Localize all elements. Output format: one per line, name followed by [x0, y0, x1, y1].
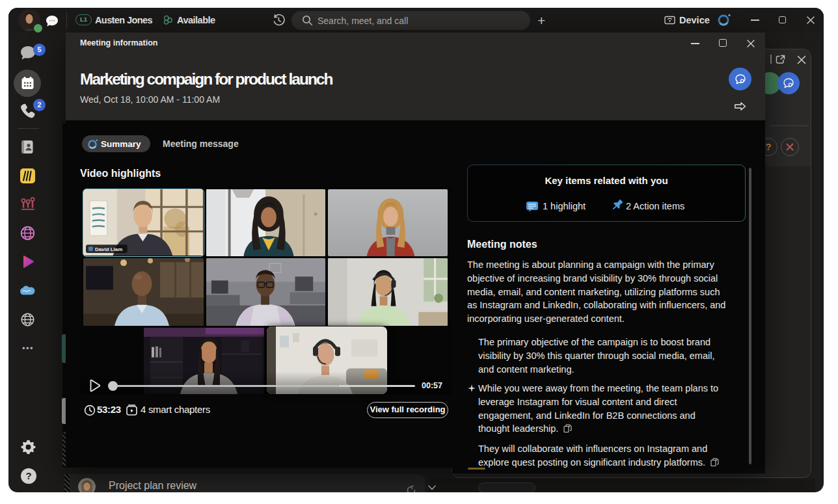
- svg-text:David Liam: David Liam: [95, 246, 122, 252]
